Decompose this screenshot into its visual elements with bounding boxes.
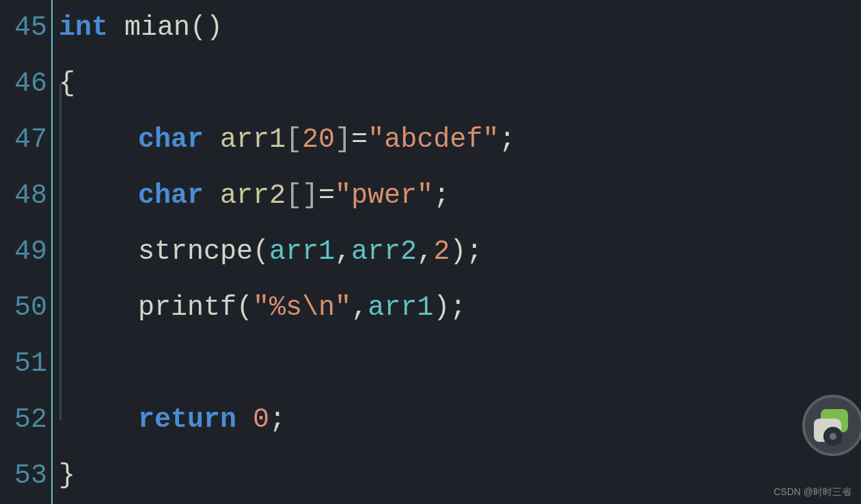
tok-escape: \n <box>302 292 335 323</box>
line-number: 48 <box>0 168 51 224</box>
watermark-text: CSDN @时时三省 <box>774 486 851 499</box>
tok-variable: arr1 <box>269 236 335 267</box>
tok-identifier: arr2 <box>220 180 286 211</box>
tok-number: 0 <box>253 404 269 435</box>
line-number: 49 <box>0 224 51 280</box>
code-line[interactable]: { <box>55 56 861 112</box>
tok-number: 20 <box>302 124 335 155</box>
tok-func-name: mian <box>124 12 190 43</box>
tok-func-call: strncpe <box>138 236 253 267</box>
tok-string: "abcdef" <box>368 124 499 155</box>
tok-func-call: printf <box>138 292 236 323</box>
line-number: 46 <box>0 56 51 112</box>
tok-bracket: ] <box>335 124 351 155</box>
code-line[interactable]: char arr2[]="pwer"; <box>55 168 861 224</box>
code-line[interactable]: int mian() <box>55 0 861 56</box>
line-number: 51 <box>0 336 51 392</box>
code-line[interactable]: strncpe(arr1,arr2,2); <box>55 224 861 280</box>
tok-identifier: arr1 <box>220 124 286 155</box>
tok-keyword-char: char <box>138 180 204 211</box>
tok-brackets: [] <box>286 180 318 211</box>
line-number: 47 <box>0 112 51 168</box>
chat-badge-icon[interactable] <box>802 395 861 456</box>
code-line[interactable]: char arr1[20]="abcdef"; <box>55 112 861 168</box>
code-line[interactable]: } <box>55 448 861 504</box>
code-line[interactable]: return 0; <box>55 392 861 448</box>
tok-keyword-char: char <box>138 124 204 155</box>
line-gutter: 45 46 47 48 49 50 51 52 53 <box>0 0 51 504</box>
tok-parens: () <box>190 12 223 43</box>
code-line[interactable]: printf("%s\n",arr1); <box>55 280 861 336</box>
tok-string: "pwer" <box>335 180 433 211</box>
tok-number: 2 <box>433 236 450 267</box>
code-line[interactable] <box>55 336 861 392</box>
code-editor[interactable]: 45 46 47 48 49 50 51 52 53 int mian() { … <box>0 0 861 504</box>
code-content[interactable]: int mian() { char arr1[20]="abcdef"; cha… <box>55 0 861 504</box>
tok-variable: arr2 <box>351 236 417 267</box>
tok-keyword-return: return <box>138 404 236 435</box>
line-number: 53 <box>0 448 51 504</box>
tok-keyword-int: int <box>59 12 108 43</box>
chat-bubbles-icon <box>814 409 852 442</box>
line-number: 50 <box>0 280 51 336</box>
indent-guide-area <box>53 0 55 504</box>
tok-close-brace: } <box>59 460 75 491</box>
tok-format-spec: %s <box>269 292 302 323</box>
indent-guide-line <box>59 84 62 420</box>
tok-bracket: [ <box>286 124 302 155</box>
tok-variable: arr1 <box>368 292 433 323</box>
line-number: 52 <box>0 392 51 448</box>
line-number: 45 <box>0 0 51 56</box>
